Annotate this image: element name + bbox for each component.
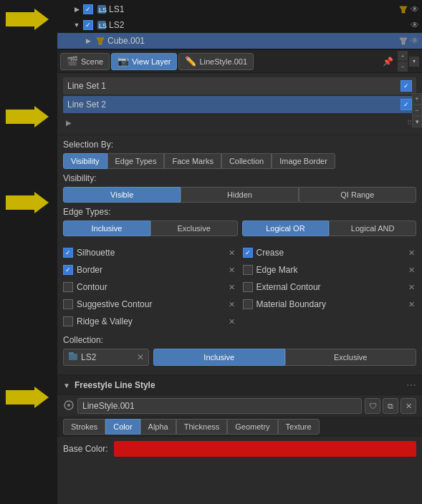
viewlayer-tab-icon: 📷 — [118, 56, 129, 67]
freestyle-expand-icon[interactable]: ▼ — [63, 382, 70, 389]
logic-row: Logical OR Logical AND — [242, 220, 417, 236]
eye-icon-cube001[interactable]: 👁 — [411, 36, 419, 46]
check-silhouette-box[interactable] — [63, 248, 73, 258]
expand-ls2[interactable]: ▼ — [72, 20, 82, 30]
edge-exclusive[interactable]: Exclusive — [150, 220, 238, 236]
render-icon-cube001 — [398, 35, 409, 47]
check-crease: Crease ✕ — [243, 245, 417, 261]
vis-hidden[interactable]: Hidden — [181, 187, 298, 203]
check-material-boundary-x[interactable]: ✕ — [406, 299, 416, 309]
btab-thickness[interactable]: Thickness — [176, 419, 228, 435]
svg-marker-9 — [97, 38, 104, 44]
linestyle-copy-btn[interactable]: ⧉ — [383, 398, 398, 414]
right-scroll-plus[interactable]: + — [412, 93, 422, 105]
collection-clear-btn[interactable]: ✕ — [137, 352, 144, 362]
vis-qi-range[interactable]: QI Range — [299, 187, 416, 203]
edge-types-label: Edge Types: — [63, 207, 416, 217]
linesets-panel: Line Set 1 Line Set 2 ▶ ⠿ — [57, 73, 422, 135]
check-ridge-x[interactable]: ✕ — [227, 316, 237, 326]
logic-and[interactable]: Logical AND — [329, 220, 416, 236]
scroll-down-btn[interactable]: − — [398, 62, 408, 72]
coll-exclusive[interactable]: Exclusive — [285, 349, 417, 366]
btab-strokes[interactable]: Strokes — [63, 419, 105, 435]
linestyle-shield-btn[interactable]: 🛡 — [365, 398, 380, 414]
base-color-label: Base Color: — [63, 444, 108, 454]
logic-or[interactable]: Logical OR — [242, 220, 330, 236]
check-suggestive-box[interactable] — [63, 299, 73, 309]
tab-viewlayer[interactable]: 📷 View Layer — [111, 53, 177, 70]
svg-marker-3 — [6, 387, 49, 408]
tab-linestyle[interactable]: ✏️ LineStyle.001 — [178, 53, 254, 70]
check-suggestive: Suggestive Contour ✕ — [63, 296, 237, 312]
check-material-boundary: Material Boundary ✕ — [243, 296, 417, 312]
outliner-row-cube001[interactable]: ▶ Cube.001 👁 — [57, 33, 422, 49]
filter-visibility[interactable]: Visibility — [63, 153, 107, 169]
coll-inclusive[interactable]: Inclusive — [153, 349, 285, 366]
check-material-boundary-box[interactable] — [243, 299, 253, 309]
check-crease-label: Crease — [256, 248, 284, 258]
check-ext-contour-box[interactable] — [243, 282, 253, 292]
selection-by-label: Selection By: — [63, 140, 416, 150]
lineset-label-1: Line Set 1 — [67, 81, 401, 91]
check-silhouette-x[interactable]: ✕ — [227, 248, 237, 258]
eye-icon-ls1[interactable]: 👁 — [411, 4, 419, 14]
filter-image-border[interactable]: Image Border — [272, 153, 335, 169]
check-edge-mark-x[interactable]: ✕ — [406, 265, 416, 275]
filter-collection[interactable]: Collection — [221, 153, 272, 169]
linestyle-close-btn[interactable]: ✕ — [401, 398, 416, 414]
svg-text:LS: LS — [99, 22, 107, 29]
check-crease-x[interactable]: ✕ — [406, 248, 416, 258]
scroll-up-btn[interactable]: + — [398, 51, 408, 61]
check-ridge-box[interactable] — [63, 316, 73, 326]
lineset-check-1[interactable] — [401, 80, 412, 92]
check-crease-box[interactable] — [243, 248, 253, 258]
filter-face-marks[interactable]: Face Marks — [164, 153, 221, 169]
nav-up-btn[interactable]: ▾ — [409, 57, 419, 67]
check-ridge: Ridge & Valley ✕ — [63, 314, 237, 329]
lineset-check-2[interactable] — [401, 99, 412, 110]
expand-cube001[interactable]: ▶ — [83, 36, 93, 46]
outliner-row-ls2[interactable]: ▼ LS LS2 👁 — [57, 17, 422, 33]
scroll-buttons: + − — [398, 51, 408, 72]
check-suggestive-x[interactable]: ✕ — [227, 299, 237, 309]
check-contour-x[interactable]: ✕ — [227, 282, 237, 292]
right-scroll-minus[interactable]: − — [412, 105, 422, 116]
tab-scene[interactable]: 🎬 Scene — [60, 53, 110, 70]
base-color-swatch[interactable] — [114, 441, 416, 457]
outliner-row-ls1[interactable]: ▶ LS LS1 👁 — [57, 1, 422, 17]
checkbox-ls1[interactable] — [83, 4, 93, 14]
collection-field[interactable]: LS2 ✕ — [63, 349, 149, 366]
checkbox-ls2[interactable] — [83, 20, 93, 30]
check-contour-box[interactable] — [63, 282, 73, 292]
inclusive-exclusive-row: Inclusive Exclusive — [63, 220, 238, 236]
expand-icon[interactable]: ▶ — [66, 119, 72, 127]
check-border-box[interactable] — [63, 265, 73, 275]
pin-icon[interactable]: 📌 — [383, 57, 393, 67]
edge-inclusive[interactable]: Inclusive — [63, 220, 150, 236]
svg-text:LS: LS — [99, 6, 107, 14]
tab-linestyle-label: LineStyle.001 — [199, 57, 247, 66]
edge-type-controls: Inclusive Exclusive Logical OR Logical A… — [63, 220, 416, 241]
filter-edge-types[interactable]: Edge Types — [107, 153, 165, 169]
check-ext-contour-x[interactable]: ✕ — [406, 282, 416, 292]
left-arrows-panel — [0, 0, 57, 504]
eye-icon-ls2[interactable]: 👁 — [411, 20, 419, 30]
svg-rect-12 — [69, 352, 74, 354]
btab-texture[interactable]: Texture — [278, 419, 320, 435]
check-suggestive-label: Suggestive Contour — [77, 299, 152, 309]
svg-marker-10 — [400, 38, 407, 44]
right-scroll-down[interactable]: ▾ — [412, 116, 422, 127]
vis-visible[interactable]: Visible — [63, 187, 181, 203]
btab-color[interactable]: Color — [105, 419, 140, 435]
check-edge-mark-box[interactable] — [243, 265, 253, 275]
check-border: Border ✕ — [63, 262, 237, 278]
check-border-x[interactable]: ✕ — [227, 265, 237, 275]
btab-geometry[interactable]: Geometry — [227, 419, 277, 435]
lineset-item-1[interactable]: Line Set 1 — [63, 77, 416, 94]
expand-ls1[interactable]: ▶ — [72, 4, 82, 14]
linestyle-name-field[interactable]: LineStyle.001 — [77, 398, 362, 414]
freestyle-header[interactable]: ▼ Freestyle Line Style ⋯ — [57, 375, 422, 395]
btab-alpha[interactable]: Alpha — [140, 419, 176, 435]
lineset-item-2[interactable]: Line Set 2 — [63, 96, 416, 113]
visibility-label: Visibility: — [63, 173, 416, 183]
